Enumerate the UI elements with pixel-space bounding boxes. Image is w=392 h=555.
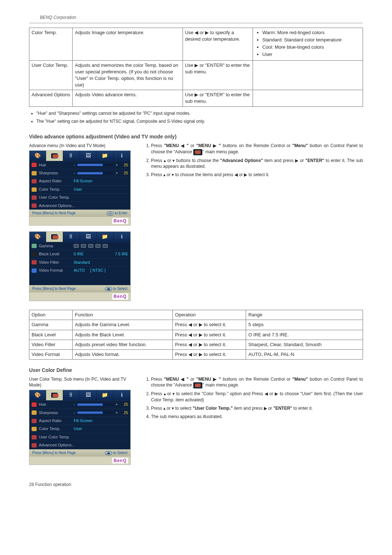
th-option: Option bbox=[29, 310, 73, 320]
th-function: Function bbox=[73, 310, 173, 320]
ops-r4-f: Adjusts Video format. bbox=[73, 349, 173, 359]
osd-gamma-label: Gamma bbox=[39, 243, 72, 249]
ops-r2-op: Press ◀ or ▶ to select it. bbox=[173, 330, 246, 340]
osd3-sharp-label: Sharpness bbox=[39, 410, 72, 416]
osd-black-v2: 7.5 IRE bbox=[115, 251, 128, 257]
osd-tab-info-icon: ℹ bbox=[114, 151, 130, 161]
osd3-ctemp-label: Color Temp. bbox=[39, 426, 72, 432]
osd1-footer-left: Press [Menu] to Next Page bbox=[32, 211, 76, 216]
t1r1-range: Warm: More red-tinged colors Standard: S… bbox=[253, 28, 363, 60]
ucd-step-3: Press ▴ or ▾ to select "User Color Temp.… bbox=[151, 405, 363, 412]
osd-vformat-value: AUTO [ NTSC ] bbox=[74, 268, 106, 273]
advance-icon bbox=[193, 149, 203, 155]
osd-hue-label: Hue bbox=[39, 162, 72, 168]
osd2-tab3-icon: 🎚 bbox=[63, 232, 80, 242]
th-range: Range bbox=[246, 310, 363, 320]
th-operation: Operation bbox=[173, 310, 246, 320]
osd-ctemp-label: Color Temp. bbox=[39, 187, 72, 192]
t1r3-range bbox=[253, 90, 363, 106]
osd-hue-value: 25 bbox=[120, 162, 128, 168]
ucd-caption: User Color Temp. Sub menu (In PC, Video … bbox=[29, 376, 131, 389]
ops-r4-op: Press ◀ or ▶ to select it. bbox=[173, 349, 246, 359]
range-cool: Cool: More blue-tinged colors bbox=[262, 44, 360, 50]
osd3-tab2-icon bbox=[46, 390, 63, 400]
t1r1-function: Adjusts Image color temperature. bbox=[73, 28, 183, 60]
osd-gamma-steps bbox=[74, 244, 108, 248]
ucd-instructions: Press "MENU ◀ " or "MENU ▶ " buttons on … bbox=[144, 376, 363, 420]
ops-r3-op: Press ◀ or ▶ to select it. bbox=[173, 340, 246, 349]
osd2-tab1-icon: 🎨 bbox=[29, 232, 46, 242]
osd3-aspect-label: Aspect Ratio bbox=[39, 418, 72, 424]
osd-aspect-value: Fill Screen bbox=[74, 178, 93, 184]
vid-step-2: Press ▴ or ▾ buttons to choose the "Adva… bbox=[151, 158, 363, 170]
range-user: User bbox=[262, 51, 360, 58]
osd3-adv-label: Advanced Options... bbox=[39, 442, 128, 448]
osd-sharpness-slider bbox=[77, 172, 114, 174]
adjustment-notes: "Hue" and "Sharpness" settings cannot be… bbox=[36, 110, 363, 125]
ops-r3-r: Sharpest, Clear, Standard, Smooth bbox=[246, 340, 363, 349]
ops-r1-f: Adjusts the Gamma Level. bbox=[73, 320, 173, 330]
osd-black-v1: 0 IRE bbox=[74, 251, 84, 257]
osd-user-color-temp: 🎨 🎚 🖼 📁 ℹ Hue-+25 Sharpness-+25 Aspect R… bbox=[29, 390, 131, 465]
osd-ctemp-value: User bbox=[74, 187, 82, 192]
t1r2-function: Adjusts and memorizes the color Temp. ba… bbox=[73, 60, 183, 90]
osd3-footer-left: Press [Menu] to Next Page bbox=[32, 450, 76, 455]
osd-tab-pip-icon: 🖼 bbox=[80, 151, 97, 161]
settings-table-1: Color Temp. Adjusts Image color temperat… bbox=[29, 28, 363, 107]
osd3-brand: BenQ bbox=[112, 458, 128, 464]
osd2-brand: BenQ bbox=[112, 293, 128, 300]
osd3-ctemp-value: User bbox=[74, 426, 82, 432]
t1r3-option: Advanced Options bbox=[29, 90, 73, 106]
advanced-options-table: Option Function Operation Range GammaAdj… bbox=[29, 310, 363, 360]
osd3-hue-value: 25 bbox=[120, 402, 128, 407]
osd-vfilter-value: Standard bbox=[74, 260, 90, 265]
osd2-tab4-icon: 🖼 bbox=[80, 232, 97, 242]
t1r3-function: Adjusts Video advance items. bbox=[73, 90, 183, 106]
ops-r4-r: AUTO, PAL-M, PAL-N bbox=[246, 349, 363, 359]
video-advance-title: Video advance options adjustment (Video … bbox=[29, 133, 363, 141]
ucd-step-4: The sub menu appears as illustrated. bbox=[151, 414, 363, 420]
t1r3-operation: Use ▶ or "ENTER" to enter the sub menu. bbox=[183, 90, 253, 106]
osd2-footer-left: Press [Menu] to Next Page bbox=[32, 286, 76, 291]
ucd-step-2: Press ▴ or ▾ to select the "Color Temp."… bbox=[151, 391, 363, 403]
note-hue-ntsc: The "Hue" setting can be adjusted for NT… bbox=[36, 118, 363, 125]
video-advance-instructions: Press "MENU ◀ " or "MENU ▶ " buttons on … bbox=[144, 143, 363, 178]
osd3-tab6-icon: ℹ bbox=[114, 390, 130, 400]
user-color-define-title: User Color Define bbox=[29, 367, 363, 374]
range-standard: Standard: Standard color temperature bbox=[262, 37, 360, 43]
t1r1-option: Color Temp. bbox=[29, 28, 73, 60]
osd3-tab3-icon: 🎚 bbox=[63, 390, 80, 400]
ops-r2-o: Black Level bbox=[29, 330, 73, 340]
ops-r2-f: Adjusts the Black Level. bbox=[73, 330, 173, 340]
osd2-tab2-icon bbox=[46, 232, 63, 242]
osd3-sharp-value: 25 bbox=[120, 410, 128, 416]
osd-vformat-label: Video Format bbox=[39, 268, 72, 273]
osd-advanced-options-submenu: 🎨 🎚 🖼 📁 ℹ Gamma Black Level0 IRE7.5 IRE … bbox=[29, 231, 131, 301]
osd3-tab4-icon: 🖼 bbox=[80, 390, 97, 400]
ops-r2-r: O IRE and 7.5 IRE. bbox=[246, 330, 363, 340]
ucd-step-1: Press "MENU ◀ " or "MENU ▶ " buttons on … bbox=[151, 376, 363, 389]
t1r2-option: User Color Temp. bbox=[29, 60, 73, 90]
ops-r3-o: Video Filter bbox=[29, 340, 73, 349]
osd-vfilter-label: Video Filter bbox=[39, 260, 72, 265]
osd3-aspect-value: Fill Screen bbox=[74, 418, 93, 424]
page-footer: 28 Function operation bbox=[29, 482, 363, 488]
osd-sharpness-label: Sharpness bbox=[39, 170, 72, 176]
osd-tab-audio-icon: 🎚 bbox=[63, 151, 80, 161]
osd3-hue-slider bbox=[77, 404, 114, 406]
header-rule bbox=[29, 23, 363, 23]
ops-r1-op: Press ◀ or ▶ to select it. bbox=[173, 320, 246, 330]
range-warm: Warm: More red-tinged colors bbox=[262, 29, 360, 36]
osd1-brand: BenQ bbox=[112, 218, 128, 224]
osd-hue-slider bbox=[77, 164, 114, 166]
ops-r3-f: Adjusts preset video filter function. bbox=[73, 340, 173, 349]
ops-r4-o: Video Format bbox=[29, 349, 73, 359]
advance-menu-caption: Advance menu (In Video and TV Mode) bbox=[29, 143, 131, 149]
note-hue-sharpness: "Hue" and "Sharpness" settings cannot be… bbox=[36, 110, 363, 117]
osd-advance-menu: 🎨 🎚 🖼 📁 ℹ Hue-+25 Sharpness-+25 Aspect R… bbox=[29, 150, 131, 226]
osd-tab-picture-icon: 🎨 bbox=[29, 151, 46, 161]
osd-aspect-label: Aspect Ratio bbox=[39, 178, 72, 184]
osd-uct-label: User Color Temp. bbox=[39, 195, 128, 200]
advance-icon-2 bbox=[193, 382, 203, 389]
osd3-hue-label: Hue bbox=[39, 402, 72, 407]
